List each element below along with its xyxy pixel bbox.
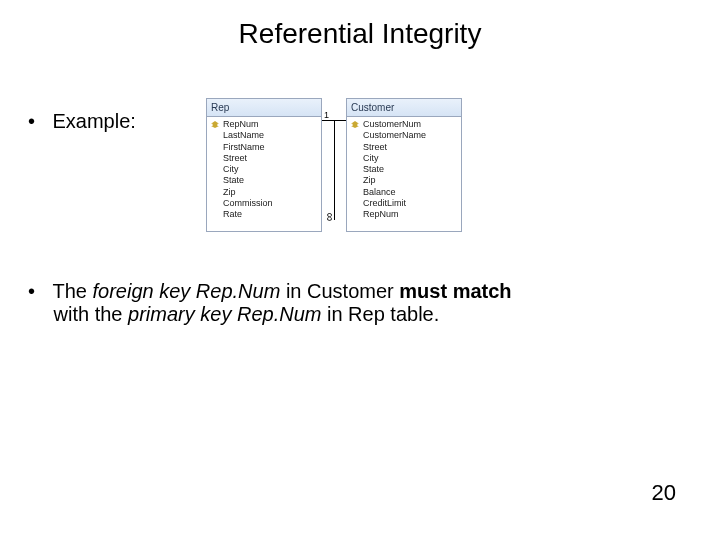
cardinality-many: ∞ <box>323 213 337 222</box>
field-zip: Zip <box>349 175 459 186</box>
field-firstname: FirstName <box>209 142 319 153</box>
field-customername: CustomerName <box>349 130 459 141</box>
text-part: in Customer <box>280 280 399 302</box>
must-match: must match <box>399 280 511 302</box>
example-bullet: • Example: <box>28 110 136 133</box>
field-customernum: CustomerNum <box>349 119 459 130</box>
table-rep-fields: RepNumLastNameFirstNameStreetCityStateZi… <box>207 117 321 223</box>
text-part: The <box>52 280 92 302</box>
field-zip: Zip <box>209 187 319 198</box>
field-repnum: RepNum <box>349 209 459 220</box>
page-title: Referential Integrity <box>0 18 720 50</box>
relationship-diagram: Rep RepNumLastNameFirstNameStreetCitySta… <box>206 98 462 236</box>
foreign-key-term: foreign key Rep.Num <box>92 280 280 302</box>
example-label: Example: <box>52 110 135 132</box>
field-city: City <box>349 153 459 164</box>
field-state: State <box>209 175 319 186</box>
table-customer-header: Customer <box>347 99 461 117</box>
field-creditlimit: CreditLimit <box>349 198 459 209</box>
relationship-line-vert <box>334 120 335 220</box>
field-city: City <box>209 164 319 175</box>
table-rep: Rep RepNumLastNameFirstNameStreetCitySta… <box>206 98 322 232</box>
text-part: with the <box>48 303 128 325</box>
field-lastname: LastName <box>209 130 319 141</box>
field-rate: Rate <box>209 209 319 220</box>
table-customer: Customer CustomerNumCustomerNameStreetCi… <box>346 98 462 232</box>
page-number: 20 <box>652 480 676 506</box>
bullet-dot: • <box>28 110 48 133</box>
field-balance: Balance <box>349 187 459 198</box>
field-commission: Commission <box>209 198 319 209</box>
field-repnum: RepNum <box>209 119 319 130</box>
explanation-text: The foreign key Rep.Num in Customer must… <box>28 280 512 325</box>
cardinality-one: 1 <box>324 110 329 120</box>
primary-key-term: primary key Rep.Num <box>128 303 321 325</box>
field-street: Street <box>349 142 459 153</box>
bullet-dot: • <box>28 280 48 303</box>
field-state: State <box>349 164 459 175</box>
field-street: Street <box>209 153 319 164</box>
text-part: in Rep table. <box>321 303 439 325</box>
table-customer-fields: CustomerNumCustomerNameStreetCityStateZi… <box>347 117 461 223</box>
explanation-bullet: • The foreign key Rep.Num in Customer mu… <box>28 280 680 326</box>
table-rep-header: Rep <box>207 99 321 117</box>
